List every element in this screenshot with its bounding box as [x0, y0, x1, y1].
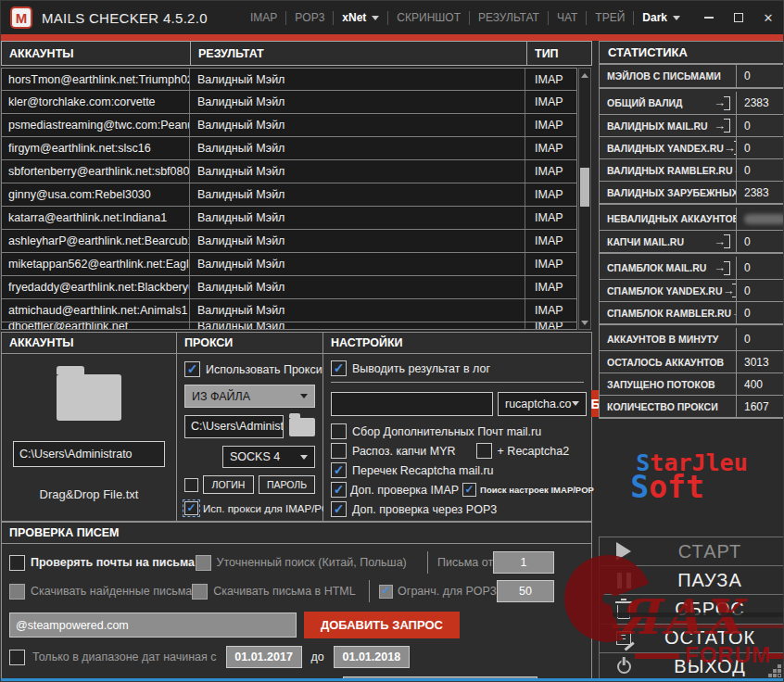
- download-found-checkbox[interactable]: ✓: [9, 584, 25, 600]
- date-to-input[interactable]: 01.01.2018: [334, 646, 410, 668]
- add-query-button[interactable]: ДОБАВИТЬ ЗАПРОС: [304, 612, 460, 638]
- date-range-checkbox[interactable]: ✓: [9, 650, 25, 665]
- pop3-limit-label: Огранч. для POP3: [398, 585, 497, 598]
- collect-extra-mail-checkbox[interactable]: ✓: [331, 423, 347, 439]
- triangle-down-icon: [581, 321, 588, 325]
- table-row[interactable]: katarra@earthlink.net:Indiana1Валидный М…: [1, 207, 577, 230]
- stat-label: МЭЙЛОВ С ПИСЬМАМИ: [607, 70, 721, 82]
- stat-value: 0: [737, 65, 784, 87]
- menu-tray[interactable]: ТРЕЙ: [587, 1, 633, 34]
- table-row[interactable]: sbfortenberry@earthlink.net:sbf0800Валид…: [1, 160, 577, 183]
- type-cell: IMAP: [525, 91, 577, 113]
- recheck-recaptcha-checkbox[interactable]: ✓: [331, 462, 347, 478]
- table-row[interactable]: firgym@earthlink.net:slsc16Валидный Мэйл…: [1, 137, 577, 160]
- censored-value: [744, 214, 784, 224]
- result-cell: Валидный Мэйл: [190, 322, 525, 329]
- captcha-service-select[interactable]: rucaptcha.co: [498, 392, 587, 416]
- proxy-source-select[interactable]: ИЗ ФАЙЛА: [184, 385, 315, 408]
- type-cell: IMAP: [525, 69, 577, 90]
- menu-chat[interactable]: ЧАТ: [549, 1, 586, 34]
- query-input[interactable]: [9, 613, 297, 638]
- table-row[interactable]: ashleyharP@earthlink.net:Bearcub1Валидны…: [1, 230, 577, 253]
- account-cell: dhoeffler@earthlink.net: [2, 322, 190, 329]
- table-row[interactable]: horsTmon@earthlink.net:Triumph02Валидный…: [1, 68, 577, 91]
- export-icon[interactable]: [722, 284, 737, 297]
- letters-from-input[interactable]: 1: [493, 551, 554, 574]
- stat-value: [737, 208, 784, 230]
- export-icon[interactable]: [714, 234, 733, 248]
- trash-icon: [617, 605, 630, 619]
- pop3-limit-input[interactable]: 50: [497, 580, 554, 602]
- start-button[interactable]: СТАРТ: [600, 537, 784, 565]
- table-row[interactable]: dhoeffler@earthlink.netВалидный МэйлIMAP: [1, 322, 577, 330]
- scroll-up-arrow[interactable]: [579, 69, 590, 81]
- power-icon: [617, 660, 631, 674]
- triangle-up-icon: [581, 73, 588, 78]
- scrollbar-thumb[interactable]: [580, 168, 589, 207]
- export-icon[interactable]: [714, 261, 733, 275]
- pause-button[interactable]: ПАУЗА: [600, 565, 784, 594]
- accounts-file-path[interactable]: C:\Users\Administrato: [13, 441, 165, 467]
- stat-label: КАПЧИ MAIL.RU: [607, 236, 684, 247]
- proxy-panel-title: ПРОКСИ: [177, 333, 322, 354]
- table-row[interactable]: atmichaud@earthlink.net:Animals1Валидный…: [1, 299, 577, 322]
- proxy-file-path[interactable]: C:\Users\Administrator: [184, 415, 284, 438]
- minimize-button[interactable]: [694, 1, 724, 34]
- refined-search-checkbox[interactable]: ✓: [196, 555, 211, 571]
- resize-grip[interactable]: [778, 675, 780, 676]
- table-row[interactable]: kler@torchlake.com:corvetteВалидный Мэйл…: [1, 91, 577, 114]
- column-header-result: РЕЗУЛЬТАТ: [191, 42, 527, 65]
- table-header: АККАУНТЫ РЕЗУЛЬТАТ ТИП: [1, 41, 592, 66]
- log-output-checkbox[interactable]: ✓: [331, 360, 347, 376]
- account-cell: ginny@usa.com:Rebel3030: [2, 183, 190, 206]
- myr-captcha-checkbox[interactable]: ✓: [331, 443, 347, 459]
- export-icon[interactable]: [714, 119, 733, 133]
- maximize-button[interactable]: [724, 1, 753, 34]
- table-row[interactable]: fryedaddy@earthlink.net:Blackbery69Валид…: [1, 276, 577, 299]
- exit-button[interactable]: ВЫХОД: [600, 652, 784, 681]
- table-row[interactable]: miketappan562@earthlink.net:Eagle5Валидн…: [1, 253, 577, 276]
- proxy-auth-checkbox[interactable]: ✓: [184, 478, 198, 492]
- menu-imap[interactable]: IMAP: [242, 1, 285, 34]
- scroll-down-arrow[interactable]: [579, 317, 590, 328]
- reset-label: СБРОС: [648, 599, 784, 620]
- date-from-input[interactable]: 01.01.2017: [226, 646, 302, 668]
- use-proxy-checkbox[interactable]: ✓: [184, 361, 200, 377]
- imap-extra-check-checkbox[interactable]: ✓: [331, 482, 347, 498]
- use-proxy-label: Использовать Прокси: [206, 363, 322, 376]
- imap-settings-search-checkbox[interactable]: ✓: [462, 483, 476, 497]
- login-button[interactable]: ЛОГИН: [203, 475, 254, 494]
- recaptcha2-checkbox[interactable]: ✓: [476, 443, 492, 459]
- check-icon: ✓: [334, 483, 345, 496]
- theme-dropdown[interactable]: Dark: [634, 1, 689, 34]
- export-icon[interactable]: [714, 96, 733, 110]
- accounts-panel: АККАУНТЫ C:\Users\Administrato Drag&Drop…: [1, 332, 177, 522]
- proxy-panel: ПРОКСИ ✓ Использовать Прокси ИЗ ФАЙЛА C:…: [177, 332, 323, 522]
- type-cell: IMAP: [525, 160, 577, 183]
- proxy-type-select[interactable]: SOCKS 4: [222, 446, 315, 468]
- browse-folder-icon[interactable]: [289, 418, 315, 436]
- close-icon: ✕: [764, 11, 774, 25]
- pop3-extra-check-checkbox[interactable]: ✓: [331, 501, 347, 517]
- menu-xnet-dropdown[interactable]: xNet: [334, 1, 387, 34]
- close-button[interactable]: ✕: [753, 1, 783, 34]
- table-row[interactable]: psmediastreaming@twc.com:PeanutВалидный …: [1, 114, 577, 137]
- remainder-button[interactable]: ОСТАТОК: [600, 624, 784, 652]
- chevron-down-icon: [300, 455, 308, 460]
- download-html-checkbox[interactable]: ✓: [192, 584, 208, 600]
- menu-pop3[interactable]: POP3: [286, 1, 333, 34]
- pop3-limit-checkbox[interactable]: ✓: [379, 585, 393, 599]
- table-row[interactable]: ginny@usa.com:Rebel3030Валидный МэйлIMAP: [1, 183, 577, 207]
- table-scrollbar[interactable]: [578, 68, 591, 330]
- statistics-panel: СТАТИСТИКА МЭЙЛОВ С ПИСЬМАМИ0 ОБЩИЙ ВАЛИ…: [599, 41, 784, 419]
- check-mails-checkbox[interactable]: ✓: [9, 555, 25, 571]
- proxy-imap-pop3-checkbox[interactable]: ✓: [184, 501, 198, 515]
- password-button[interactable]: ПАРОЛЬ: [259, 475, 315, 494]
- folder-icon[interactable]: [57, 374, 121, 421]
- letters-from-label: Письма от: [437, 556, 493, 569]
- captcha-key-input[interactable]: [331, 392, 493, 416]
- menu-screenshot[interactable]: СКРИНШОТ: [388, 1, 469, 34]
- export-icon[interactable]: [724, 141, 737, 155]
- menu-result[interactable]: РЕЗУЛЬТАТ: [470, 1, 548, 34]
- reset-button[interactable]: СБРОС: [600, 594, 784, 623]
